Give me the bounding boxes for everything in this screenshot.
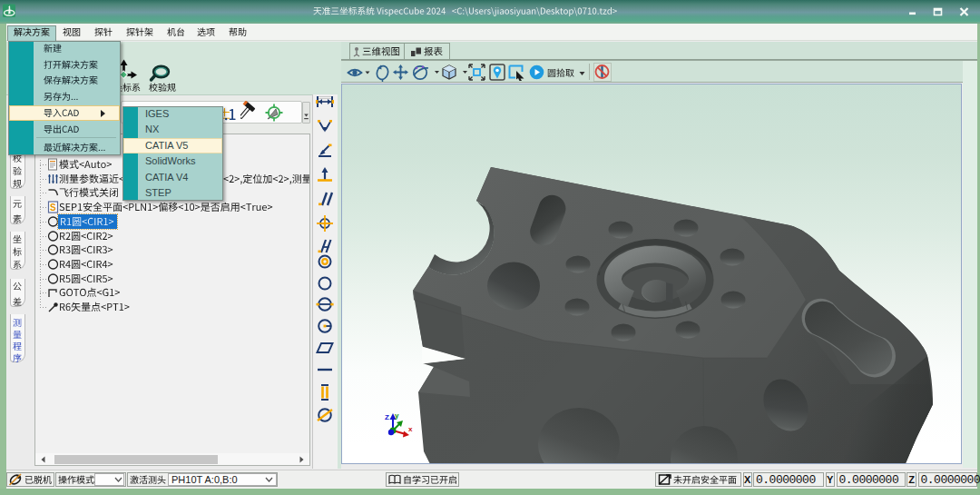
svg-text:S: S <box>50 203 56 213</box>
svg-text:y: y <box>395 411 399 420</box>
svg-text:Z: Z <box>385 413 389 421</box>
svg-text:x: x <box>408 425 413 433</box>
